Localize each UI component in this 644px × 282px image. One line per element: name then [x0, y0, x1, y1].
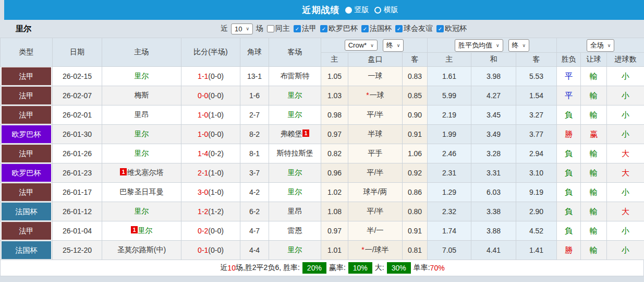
- league-badge: 欧罗巴杯: [2, 125, 51, 143]
- single-rate: 70%: [430, 264, 445, 272]
- result-handicap: 赢: [581, 125, 607, 144]
- match-date: 26-01-17: [53, 183, 102, 202]
- summary-count: 10: [227, 264, 236, 272]
- odds-group-header: Crow* ∨ 终 ∨: [321, 38, 428, 53]
- away-team: 里尔: [269, 241, 321, 260]
- chevron-down-icon: ∨: [523, 43, 526, 48]
- mean-home: 1.99: [428, 125, 471, 144]
- mean-time-select[interactable]: 终 ∨: [508, 39, 530, 52]
- odds-away: 0.91: [403, 221, 428, 241]
- home-team-name: 里尔: [135, 207, 149, 215]
- filter-checkbox-europa[interactable]: 欧罗巴杯: [320, 24, 358, 33]
- win-rate-badge: 20%: [302, 262, 326, 274]
- away-team-name: 里尔: [288, 110, 302, 119]
- mean-away: 4.52: [516, 221, 557, 241]
- filters: 近 10 ∨ 场 同主 法甲 欧罗巴杯 法国杯 球会友谊 欧冠杯: [221, 24, 467, 34]
- odds-away: 0.81: [403, 241, 428, 260]
- league-badge: 法甲: [2, 222, 51, 240]
- result-wdl: 負: [557, 183, 581, 202]
- checkbox-icon: [436, 25, 444, 32]
- scope-select[interactable]: 全场 ∨: [587, 39, 615, 52]
- odds-win-rate-badge: 10%: [348, 262, 372, 274]
- odds-home: 0.98: [321, 105, 348, 125]
- league-cell: 法甲: [1, 67, 53, 86]
- odds-away: 0.83: [403, 67, 428, 86]
- corners: 4-2: [240, 183, 269, 202]
- layout-option-horizontal[interactable]: 横版: [374, 5, 398, 15]
- rank-badge: 1: [120, 168, 126, 175]
- league-badge: 欧罗巴杯: [2, 164, 51, 182]
- odds-home: 0.82: [321, 144, 348, 163]
- checkbox-icon: [320, 25, 327, 32]
- match-date: 26-01-12: [53, 202, 102, 221]
- result-wdl: 負: [557, 144, 581, 163]
- league-badge: 法国杯: [2, 203, 51, 220]
- layout-option-label: 竖版: [355, 5, 369, 15]
- table-row: 法甲 26-01-04 1里尔 0-2(0-0) 4-7 雷恩 0.97 半/一…: [1, 221, 644, 241]
- home-team: 巴黎圣日耳曼: [102, 183, 181, 202]
- sub-header-mean-draw: 和: [471, 53, 516, 67]
- away-team: 里尔: [269, 86, 321, 105]
- away-team-name: 布雷斯特: [281, 72, 310, 80]
- full-time-score: 0-1: [198, 246, 208, 254]
- away-team: 里尔: [269, 183, 321, 202]
- mean-away: 5.53: [516, 67, 557, 86]
- sub-header-handicap-result: 让球: [581, 53, 607, 67]
- mean-away: 3.77: [516, 125, 557, 144]
- filter-checkbox-ucl[interactable]: 欧冠杯: [436, 24, 467, 33]
- league-cell: 欧罗巴杯: [1, 163, 53, 183]
- near-label: 近: [221, 24, 228, 33]
- odds-time-select[interactable]: 终 ∨: [383, 39, 404, 52]
- filter-checkbox-coupe[interactable]: 法国杯: [361, 24, 392, 33]
- col-header-score: 比分(半场): [181, 38, 240, 67]
- league-cell: 法甲: [1, 105, 53, 125]
- table-row: 法国杯 26-01-12 里尔 1-2(1-2) 6-2 里昂 1.08 平/半…: [1, 202, 644, 221]
- filter-checkbox-friendly[interactable]: 球会友谊: [395, 24, 433, 33]
- star-mark: *: [366, 91, 369, 99]
- filter-checkbox-same-venue[interactable]: 同主: [267, 24, 290, 33]
- home-team-name: 巴黎圣日耳曼: [120, 187, 164, 196]
- mean-draw: 3.98: [471, 67, 516, 86]
- home-team: 里尔: [102, 125, 181, 144]
- mean-home: 1.61: [428, 67, 471, 86]
- result-wdl: 負: [557, 163, 581, 183]
- table-row: 法甲 26-01-17 巴黎圣日耳曼 3-0(1-0) 4-2 里尔 1.02 …: [1, 183, 644, 202]
- away-team-name: 里尔: [288, 91, 302, 99]
- handicap: 平/半: [348, 163, 403, 183]
- league-badge: 法甲: [2, 87, 51, 104]
- handicap: 一球: [348, 67, 403, 86]
- half-time-score: (0-0): [208, 72, 224, 80]
- league-cell: 法国杯: [1, 241, 53, 260]
- odds-away: 0.90: [403, 105, 428, 125]
- league-badge: 法甲: [2, 145, 51, 162]
- result-wdl: 負: [557, 105, 581, 125]
- result-wdl: 負: [557, 202, 581, 221]
- filter-checkbox-ligue1[interactable]: 法甲: [294, 24, 317, 33]
- score-cell: 1-0(0-0): [181, 125, 240, 144]
- single-label: 单率:: [414, 263, 430, 273]
- layout-option-vertical[interactable]: 竖版: [345, 5, 369, 15]
- result-handicap: 輸: [581, 67, 607, 86]
- match-count-select[interactable]: 10 ∨: [231, 24, 253, 34]
- away-team: 里昂: [269, 202, 321, 221]
- result-handicap: 輸: [581, 144, 607, 163]
- team-name: 里尔: [16, 24, 31, 34]
- mean-type-select[interactable]: 胜平负均值 ∨: [455, 39, 503, 52]
- full-time-score: 0-0: [198, 91, 208, 100]
- odds-company-select[interactable]: Crow* ∨: [345, 40, 378, 51]
- scope-group-header: 全场 ∨: [557, 38, 644, 53]
- home-team: 里尔: [102, 144, 181, 163]
- mean-home: 2.46: [428, 144, 471, 163]
- score-cell: 0-1(0-0): [181, 241, 240, 260]
- mean-draw: 3.38: [471, 202, 516, 221]
- odds-home: 1.02: [321, 183, 348, 202]
- home-team-name: 梅斯: [135, 91, 149, 99]
- result-handicap: 輸: [581, 202, 607, 221]
- result-wdl: 平: [557, 67, 581, 86]
- home-team: 梅斯: [102, 86, 181, 105]
- home-team: 1维戈塞尔塔: [102, 163, 181, 183]
- filter-bar: 里尔 近 10 ∨ 场 同主 法甲 欧罗巴杯 法国杯 球会友谊 欧冠: [0, 20, 644, 38]
- mean-home: 2.31: [428, 163, 471, 183]
- odds-away: 0.91: [403, 125, 428, 144]
- sub-header-handicap: 盘口: [348, 53, 403, 67]
